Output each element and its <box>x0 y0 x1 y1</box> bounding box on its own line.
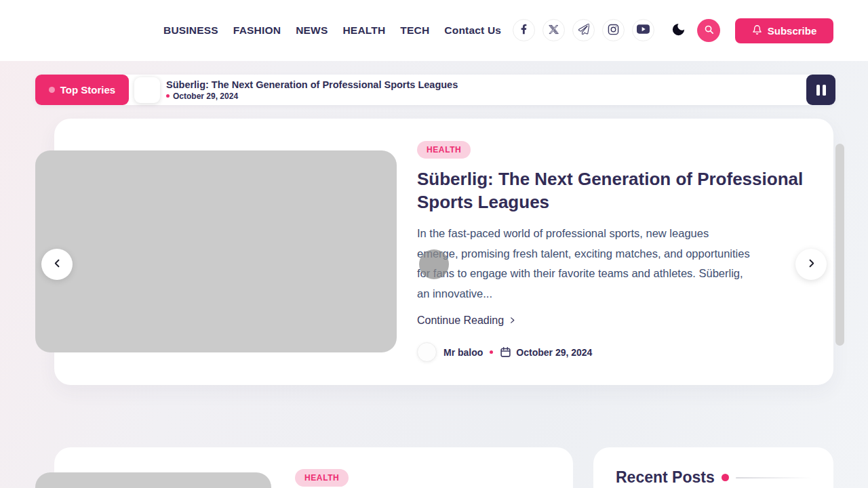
hero-article-meta: Mr baloo October 29, 2024 <box>417 342 592 362</box>
facebook-icon <box>521 24 527 37</box>
publish-date: October 29, 2024 <box>500 346 592 358</box>
pause-icon <box>816 85 826 96</box>
page-background: BUSINESS FASHION NEWS HEALTH TECH Contac… <box>0 0 868 488</box>
ticker-article-link[interactable]: Süberlig: The Next Generation of Profess… <box>166 79 458 101</box>
bell-icon <box>752 24 762 37</box>
social-links <box>513 19 654 41</box>
youtube-icon <box>637 24 650 36</box>
youtube-button[interactable] <box>632 19 654 41</box>
divider-line <box>736 477 812 479</box>
telegram-icon <box>578 24 589 37</box>
publish-date-text: October 29, 2024 <box>516 347 592 358</box>
separator-dot-icon <box>490 350 493 354</box>
top-stories-badge: Top Stories <box>35 75 129 105</box>
nav-item-tech[interactable]: TECH <box>400 24 429 37</box>
x-twitter-button[interactable] <box>542 19 565 41</box>
calendar-icon <box>500 346 511 358</box>
ticker-date-row: October 29, 2024 <box>166 92 458 101</box>
recent-posts-title: Recent Posts <box>616 468 715 487</box>
ticker-thumbnail <box>134 77 160 103</box>
badge-dot-icon <box>49 87 55 93</box>
recent-posts-header: Recent Posts <box>616 468 812 487</box>
nav-item-business[interactable]: BUSINESS <box>163 24 218 37</box>
carousel-next-button[interactable] <box>795 249 827 280</box>
chevron-right-small-icon <box>509 314 516 327</box>
excerpt-line: emerge, promising fresh talent, exciting… <box>417 244 810 264</box>
accent-dot-icon <box>722 474 729 481</box>
carousel-prev-button[interactable] <box>41 249 73 280</box>
moon-icon <box>671 22 686 39</box>
excerpt-line: an innovative... <box>417 284 810 304</box>
nav-item-contact-us[interactable]: Contact Us <box>444 24 501 37</box>
top-stories-ticker: Top Stories Süberlig: The Next Generatio… <box>35 75 835 105</box>
dark-mode-toggle[interactable] <box>667 18 690 42</box>
ticker-pause-button[interactable] <box>806 75 835 105</box>
search-icon <box>704 24 714 37</box>
chevron-right-icon <box>805 257 818 272</box>
subscribe-button[interactable]: Subscribe <box>735 18 833 43</box>
x-twitter-icon <box>549 24 559 37</box>
site-header: BUSINESS FASHION NEWS HEALTH TECH Contac… <box>0 0 868 61</box>
post-image[interactable] <box>35 472 271 488</box>
hero-article-title[interactable]: Süberlig: The Next Generation of Profess… <box>417 167 809 214</box>
ticker-headline: Süberlig: The Next Generation of Profess… <box>166 79 458 90</box>
next-slide-peek <box>835 144 844 346</box>
nav-item-health[interactable]: HEALTH <box>342 24 385 37</box>
hero-article-excerpt: In the fast-paced world of professional … <box>417 224 810 304</box>
post-category-badge[interactable]: HEALTH <box>295 469 349 487</box>
excerpt-line: In the fast-paced world of professional … <box>417 224 810 244</box>
chevron-left-icon <box>51 257 64 272</box>
telegram-button[interactable] <box>572 19 595 41</box>
facebook-button[interactable] <box>513 19 535 41</box>
hero-category-badge[interactable]: HEALTH <box>417 141 471 159</box>
instagram-button[interactable] <box>602 19 625 41</box>
ticker-date: October 29, 2024 <box>173 92 238 101</box>
author-avatar[interactable] <box>417 342 437 362</box>
excerpt-line: for fans to engage with their favorite t… <box>417 264 810 284</box>
hero-article-image[interactable] <box>35 150 397 352</box>
top-stories-label: Top Stories <box>60 84 115 96</box>
nav-item-news[interactable]: NEWS <box>296 24 328 37</box>
main-nav: BUSINESS FASHION NEWS HEALTH TECH Contac… <box>163 0 501 61</box>
author-name[interactable]: Mr baloo <box>443 347 483 358</box>
instagram-icon <box>608 24 619 37</box>
nav-item-fashion[interactable]: FASHION <box>233 24 281 37</box>
continue-reading-label: Continue Reading <box>417 314 504 327</box>
bullet-icon <box>166 94 170 98</box>
continue-reading-link[interactable]: Continue Reading <box>417 314 516 327</box>
subscribe-label: Subscribe <box>768 25 817 37</box>
search-button[interactable] <box>697 19 720 42</box>
